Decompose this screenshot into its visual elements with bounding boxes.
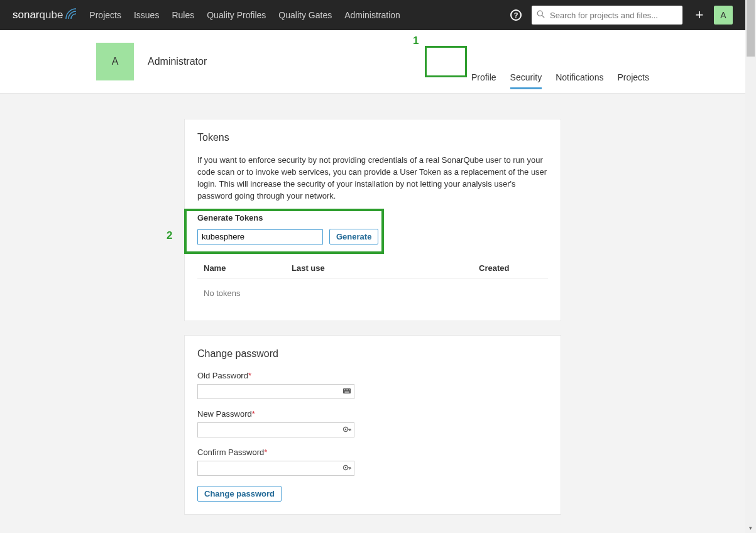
new-password-label: New Password*	[197, 409, 548, 419]
scroll-thumb[interactable]	[747, 0, 755, 57]
column-created: Created	[479, 263, 542, 273]
svg-point-0	[537, 11, 542, 16]
tokens-heading: Tokens	[197, 132, 548, 143]
svg-rect-6	[349, 390, 350, 391]
tokens-table-header: Name Last use Created	[197, 258, 548, 278]
old-password-label: Old Password*	[197, 371, 548, 380]
search-icon	[537, 10, 545, 20]
change-password-card: Change password Old Password* New Passwo…	[184, 335, 561, 515]
tokens-description: If you want to enforce security by not p…	[197, 155, 548, 202]
svg-point-14	[345, 467, 346, 468]
vertical-scrollbar[interactable]: ▴ ▾	[745, 0, 756, 533]
annotation-1-label: 1	[413, 35, 419, 47]
tab-projects[interactable]: Projects	[617, 66, 649, 89]
create-button[interactable]: +	[690, 6, 709, 25]
key-icon	[342, 463, 352, 473]
nav-quality-profiles[interactable]: Quality Profiles	[207, 10, 266, 20]
nav-rules[interactable]: Rules	[172, 10, 194, 20]
svg-rect-5	[348, 390, 349, 391]
main-content: 2 Tokens If you want to enforce security…	[0, 94, 745, 529]
brand-name-a: sonar	[13, 9, 40, 21]
old-password-input[interactable]	[197, 384, 354, 399]
tokens-table: Name Last use Created No tokens	[197, 258, 548, 308]
nav-administration[interactable]: Administration	[344, 10, 400, 20]
brand-name-b: qube	[40, 9, 63, 21]
annotation-1-box	[425, 46, 467, 77]
change-password-button[interactable]: Change password	[197, 486, 282, 502]
account-name: Administrator	[148, 56, 207, 67]
new-password-field: New Password*	[197, 409, 548, 437]
column-last-use: Last use	[292, 263, 479, 273]
confirm-password-field: Confirm Password*	[197, 448, 548, 476]
nav-projects[interactable]: Projects	[89, 10, 121, 20]
column-name: Name	[204, 263, 292, 273]
tab-profile[interactable]: Profile	[471, 66, 496, 89]
svg-rect-3	[344, 390, 346, 391]
change-password-heading: Change password	[197, 348, 548, 360]
old-password-field: Old Password*	[197, 371, 548, 399]
global-search[interactable]	[532, 6, 682, 25]
svg-rect-2	[343, 388, 351, 393]
tokens-card: Tokens If you want to enforce security b…	[184, 119, 561, 321]
svg-rect-4	[346, 390, 347, 391]
annotation-2-label: 2	[167, 229, 172, 242]
svg-rect-7	[345, 392, 349, 393]
tokens-empty-state: No tokens	[197, 278, 548, 308]
tab-notifications[interactable]: Notifications	[556, 66, 603, 89]
user-avatar-menu[interactable]: A	[714, 6, 733, 25]
search-input[interactable]	[549, 10, 677, 21]
confirm-password-label: Confirm Password*	[197, 448, 548, 457]
tab-security[interactable]: Security	[510, 66, 542, 89]
primary-nav: Projects Issues Rules Quality Profiles Q…	[89, 10, 400, 20]
account-header: A Administrator Profile Security Notific…	[0, 30, 745, 94]
svg-line-1	[542, 16, 545, 18]
account-avatar: A	[96, 43, 134, 80]
new-password-input[interactable]	[197, 422, 354, 437]
account-tabs: Profile Security Notifications Projects	[471, 66, 649, 93]
annotation-2-box	[184, 209, 384, 254]
svg-point-9	[345, 429, 346, 430]
key-icon	[342, 424, 352, 434]
brand-logo[interactable]: sonarqube	[13, 8, 77, 23]
brand-arcs-icon	[65, 8, 77, 23]
help-icon[interactable]: ?	[510, 9, 522, 21]
top-navigation: sonarqube Projects Issues Rules Quality …	[0, 0, 745, 30]
scroll-down-arrow[interactable]: ▾	[745, 522, 756, 533]
keyboard-icon	[342, 386, 352, 396]
confirm-password-input[interactable]	[197, 461, 354, 476]
nav-issues[interactable]: Issues	[134, 10, 159, 20]
nav-quality-gates[interactable]: Quality Gates	[278, 10, 332, 20]
